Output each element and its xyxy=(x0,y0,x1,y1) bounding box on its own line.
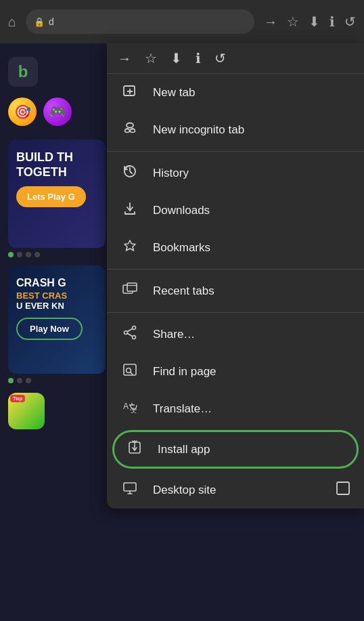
svg-rect-20 xyxy=(124,364,136,375)
browser-bar: ⌂ 🔒 d → ☆ ⬇ ℹ ↺ xyxy=(0,0,364,43)
menu-label-share: Share… xyxy=(153,328,195,341)
banner2-dots xyxy=(0,374,114,387)
svg-marker-11 xyxy=(124,240,135,251)
game-icon-1[interactable]: 🎯 xyxy=(8,98,37,126)
translate-icon: A 文 xyxy=(120,400,139,418)
svg-line-18 xyxy=(127,328,133,332)
dot-4 xyxy=(35,252,40,257)
menu-item-desktop-site[interactable]: Desktop site xyxy=(107,471,364,509)
svg-point-3 xyxy=(127,123,133,128)
nav-info-icon[interactable]: ℹ xyxy=(196,50,201,66)
crash-title: CRASH G xyxy=(16,276,97,291)
menu-label-translate: Translate… xyxy=(153,402,212,416)
menu-label-downloads: Downloads xyxy=(153,204,210,217)
dot2-1 xyxy=(8,378,14,383)
menu-item-translate[interactable]: A 文 Translate… xyxy=(107,390,364,427)
dropdown-menu: → ☆ ⬇ ℹ ↺ New tab New incog xyxy=(107,43,364,509)
divider-2 xyxy=(107,269,364,270)
recent-tabs-icon xyxy=(120,282,139,300)
dot-3 xyxy=(26,252,31,257)
lock-icon: 🔒 xyxy=(34,17,45,27)
dot-1 xyxy=(8,252,14,257)
svg-point-15 xyxy=(133,326,136,330)
menu-item-install-app[interactable]: Install app xyxy=(112,430,359,469)
downloads-icon xyxy=(120,201,139,219)
menu-item-share[interactable]: Share… xyxy=(107,316,364,353)
menu-label-new-tab: New tab xyxy=(153,86,195,100)
banner1-title-line2: TOGETH xyxy=(16,165,97,180)
incognito-icon xyxy=(120,121,139,139)
menu-label-install-app: Install app xyxy=(158,443,210,456)
desktop-site-checkbox[interactable] xyxy=(336,481,350,499)
menu-item-history[interactable]: History xyxy=(107,154,364,192)
svg-point-7 xyxy=(125,129,130,133)
svg-rect-0 xyxy=(124,86,135,95)
menu-item-find[interactable]: Find in page xyxy=(107,353,364,390)
divider-1 xyxy=(107,151,364,152)
banner1-dots xyxy=(0,248,114,261)
home-icon[interactable]: ⌂ xyxy=(8,14,16,30)
info-icon[interactable]: ℹ xyxy=(329,14,335,30)
refresh-icon[interactable]: ↺ xyxy=(344,14,356,30)
new-tab-icon xyxy=(120,83,139,102)
svg-text:A: A xyxy=(123,402,129,411)
menu-label-incognito: New incognito tab xyxy=(153,123,244,137)
banner-card-2: CRASH G BEST CRAS U EVER KN Play Now xyxy=(8,265,106,374)
menu-item-new-tab[interactable]: New tab xyxy=(107,74,364,111)
menu-label-desktop-site: Desktop site xyxy=(153,484,217,497)
nav-forward-icon[interactable]: → xyxy=(118,51,131,66)
menu-label-recent-tabs: Recent tabs xyxy=(153,284,214,298)
svg-rect-34 xyxy=(337,482,349,494)
play-now-button[interactable]: Play Now xyxy=(16,318,83,340)
url-bar[interactable]: 🔒 d xyxy=(26,9,254,34)
sidebar-logo[interactable]: b xyxy=(8,57,38,87)
game-icon-row: Top xyxy=(8,393,106,429)
menu-item-incognito[interactable]: New incognito tab xyxy=(107,111,364,148)
menu-label-find: Find in page xyxy=(153,365,217,379)
dot2-2 xyxy=(17,378,22,383)
svg-line-19 xyxy=(127,333,133,337)
banner-card-1: BUILD TH TOGETH Lets Play G xyxy=(8,140,106,248)
sidebar-icons-row: 🎯 🎮 xyxy=(0,92,114,131)
install-app-icon xyxy=(125,440,144,458)
bookmarks-icon xyxy=(120,238,139,257)
star-icon[interactable]: ☆ xyxy=(287,14,299,30)
crash-subtitle-2: U EVER KN xyxy=(16,301,97,311)
svg-line-22 xyxy=(131,372,133,375)
svg-rect-31 xyxy=(124,483,136,491)
dropdown-top-bar: → ☆ ⬇ ℹ ↺ xyxy=(107,43,364,74)
share-icon xyxy=(120,325,139,343)
nav-star-icon[interactable]: ☆ xyxy=(145,50,157,66)
top-badge: Top xyxy=(10,395,25,402)
arrow-right-icon[interactable]: → xyxy=(264,14,277,30)
crash-subtitle-1: BEST CRAS xyxy=(16,291,97,301)
sidebar: b 🎯 🎮 BUILD TH TOGETH Lets Play G CRASH … xyxy=(0,43,114,621)
history-icon xyxy=(120,164,139,182)
desktop-site-icon xyxy=(120,481,139,499)
svg-point-8 xyxy=(131,129,135,133)
svg-point-16 xyxy=(133,336,136,339)
game-icon-2[interactable]: 🎮 xyxy=(43,98,72,126)
game-thumbnail-1[interactable]: Top xyxy=(8,393,45,429)
menu-label-bookmarks: Bookmarks xyxy=(153,241,210,255)
menu-label-history: History xyxy=(153,167,189,180)
menu-item-downloads[interactable]: Downloads xyxy=(107,192,364,229)
find-icon xyxy=(120,362,139,381)
nav-refresh-icon[interactable]: ↺ xyxy=(214,50,226,66)
logo-letter: b xyxy=(18,62,28,81)
svg-point-17 xyxy=(124,331,128,335)
banner1-title-line1: BUILD TH xyxy=(16,150,97,165)
menu-item-recent-tabs[interactable]: Recent tabs xyxy=(107,272,364,309)
nav-download-icon[interactable]: ⬇ xyxy=(170,50,182,66)
dot2-3 xyxy=(26,378,31,383)
url-text: d xyxy=(49,16,54,27)
download-icon[interactable]: ⬇ xyxy=(309,14,320,30)
banner1-button[interactable]: Lets Play G xyxy=(16,186,86,207)
svg-rect-13 xyxy=(127,283,137,291)
menu-item-bookmarks[interactable]: Bookmarks xyxy=(107,229,364,266)
divider-3 xyxy=(107,312,364,313)
dot-2 xyxy=(17,252,22,257)
